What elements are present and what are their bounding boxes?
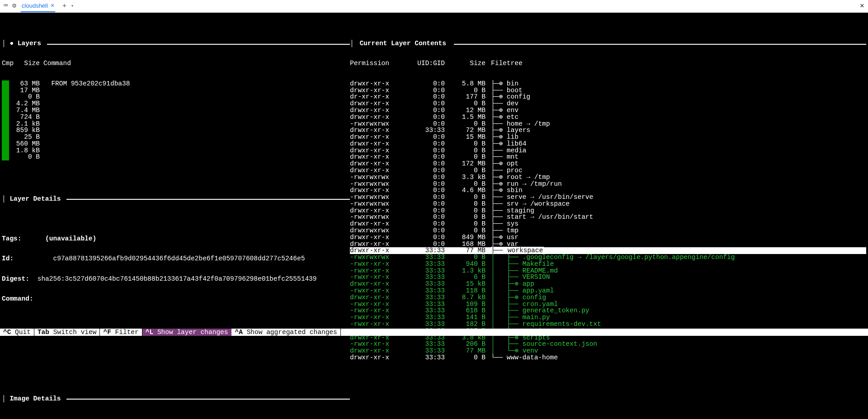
file-row[interactable]: drwxrwxrwx0:00 B├── tmp — [350, 227, 866, 234]
footer-layer-changes[interactable]: ^L Show layer changes — [142, 329, 232, 336]
layers-header: │ ● Layers — [2, 40, 350, 47]
layer-row[interactable]: 17 MB — [2, 87, 350, 94]
file-row[interactable]: -rwxrwxrwx0:00 B├── home → /tmp — [350, 121, 866, 127]
file-row[interactable]: -rwxr-xr-x33:33618 B│ ├── generate_token… — [350, 307, 866, 314]
window-close-icon[interactable]: × — [860, 2, 864, 10]
layers-list[interactable]: 63 MB FROM 953e202c91dba38 17 MB 0 B 4.2… — [2, 80, 350, 160]
file-row[interactable]: drwxr-xr-x0:00 B├── sys — [350, 221, 866, 227]
layer-row[interactable]: 25 B — [2, 134, 350, 141]
file-row[interactable]: drwxr-xr-x0:00 B├── staging — [350, 207, 866, 214]
files-columns: Permission UID:GID Size Filetree — [350, 60, 866, 67]
file-row[interactable]: -rwxr-xr-x33:33940 B│ ├── Makefile — [350, 261, 866, 268]
file-row[interactable]: -rwxrwxrwx0:00 B├── serve → /usr/bin/ser… — [350, 194, 866, 201]
layer-row[interactable]: 0 B — [2, 154, 350, 160]
file-row[interactable]: drwxr-xr-x0:012 MB├─⊕ env — [350, 107, 866, 114]
file-row[interactable]: -rwxrwxrwx0:00 B├── srv → /workspace — [350, 201, 866, 207]
file-row[interactable]: -rwxrwxrwx33:330 B│ ├── .googleconfig → … — [350, 254, 866, 261]
layer-row[interactable]: 63 MB FROM 953e202c91dba38 — [2, 80, 350, 87]
file-row[interactable]: drwxr-xr-x33:330 B└── www-data-home — [350, 354, 866, 361]
file-row[interactable]: drwxr-xr-x33:338.7 kB│ ├─⊕ config — [350, 294, 866, 301]
footer-aggregated[interactable]: ^A Show aggregated changes — [232, 329, 341, 336]
detail-command: Command: — [2, 296, 350, 302]
file-row[interactable]: drwxr-xr-x0:00 B├── media — [350, 147, 866, 154]
layer-row[interactable]: 560 MB — [2, 141, 350, 147]
layer-row[interactable]: 0 B — [2, 94, 350, 100]
file-row[interactable]: -rwxr-xr-x33:33109 B│ ├── cron.yaml — [350, 301, 866, 308]
file-row[interactable]: -rwxr-xr-x33:336 B│ ├── VERSION — [350, 274, 866, 281]
files-list[interactable]: drwxr-xr-x0:05.8 MB├─⊕ bindrwxr-xr-x0:00… — [350, 80, 866, 361]
add-tab-icon[interactable]: + — [62, 3, 66, 9]
file-row[interactable]: -rwxrwxrwx0:03.3 kB├─⊕ root → /tmp — [350, 174, 866, 181]
file-row[interactable]: -rwxr-xr-x33:33182 B│ ├── requirements-d… — [350, 321, 866, 328]
file-row[interactable]: drwxr-xr-x0:00 B├── proc — [350, 167, 866, 174]
layer-row[interactable]: 859 kB — [2, 127, 350, 134]
file-row[interactable]: -rwxr-xr-x33:33206 B│ ├── source-context… — [350, 341, 866, 348]
contents-header: │ Current Layer Contents — [350, 40, 866, 47]
layer-details-header: │ Layer Details — [2, 196, 350, 202]
file-row[interactable]: drwxr-xr-x0:00 B├── boot — [350, 87, 866, 94]
file-row[interactable]: -rwxrwxrwx0:00 B├── start → /usr/bin/sta… — [350, 214, 866, 221]
file-row[interactable]: drwxr-xr-x0:00 B├── dev — [350, 100, 866, 107]
layer-row[interactable]: 7.4 MB — [2, 107, 350, 114]
terminal[interactable]: │ ● Layers Cmp Size Command 63 MB FROM 9… — [0, 13, 868, 419]
file-row[interactable]: -rwxr-xr-x33:33141 B│ ├── main.py — [350, 314, 866, 321]
footer-switch[interactable]: Tab Switch view — [34, 329, 100, 336]
file-row[interactable]: -rwxrwxrwx0:00 B├─⊕ run → /tmp/run — [350, 181, 866, 188]
footer-bar: ^C Quit Tab Switch view ^F Filter ^L Sho… — [0, 329, 868, 336]
layer-row[interactable]: 724 B — [2, 114, 350, 121]
file-row[interactable]: drwxr-xr-x33:3372 MB├─⊕ layers — [350, 127, 866, 134]
file-row[interactable]: drwxr-xr-x0:0849 MB├─⊕ usr — [350, 234, 866, 241]
detail-tags: Tags: (unavailable) — [2, 235, 350, 242]
file-row[interactable]: drwxr-xr-x33:3377 MB│ └─⊕ venv — [350, 348, 866, 354]
file-row[interactable]: drwxr-xr-x0:00 B├─⊕ lib64 — [350, 141, 866, 147]
file-row[interactable]: drwxr-xr-x0:01.5 MB├─⊕ etc — [350, 114, 866, 121]
file-row[interactable]: drwxr-xr-x0:0172 MB├─⊕ opt — [350, 160, 866, 167]
image-details-header: │ Image Details — [2, 395, 350, 402]
layer-row[interactable]: 4.2 MB — [2, 100, 350, 107]
detail-id: Id: c97a88781395266afb9d02954436f6dd45de… — [2, 255, 350, 262]
file-row[interactable]: drwxr-xr-x0:00 B├── mnt — [350, 154, 866, 160]
file-row[interactable]: drwxr-xr-x33:3377 MB├── workspace — [350, 247, 866, 254]
layer-row[interactable]: 2.1 kB — [2, 121, 350, 127]
file-row[interactable]: drwxr-xr-x33:3315 kB│ ├─⊕ app — [350, 281, 866, 287]
keyboard-icon[interactable]: ⌨ — [4, 3, 8, 9]
file-row[interactable]: drwxr-xr-x0:05.8 MB├─⊕ bin — [350, 80, 866, 87]
file-row[interactable]: -rwxr-xr-x33:33118 B│ ├── app.yaml — [350, 287, 866, 294]
tab-cloudshell[interactable]: cloudshell × — [21, 0, 55, 12]
layers-columns: Cmp Size Command — [2, 60, 350, 67]
file-row[interactable]: -rwxr-xr-x33:331.3 kB│ ├── README.md — [350, 268, 866, 274]
file-row[interactable]: dr-xr-xr-x0:0177 B├─⊕ config — [350, 94, 866, 100]
right-panel: │ Current Layer Contents Permission UID:… — [350, 27, 866, 419]
window-chrome: ⌨ ⚙ cloudshell × + ▾ × — [0, 0, 868, 13]
footer-quit[interactable]: ^C Quit — [0, 329, 34, 336]
tab-label: cloudshell — [22, 3, 48, 9]
footer-filter[interactable]: ^F Filter — [100, 329, 142, 336]
file-row[interactable]: drwxr-xr-x0:015 MB├─⊕ lib — [350, 134, 866, 141]
tab-overflow-icon[interactable]: ▾ — [71, 4, 74, 9]
gear-icon[interactable]: ⚙ — [12, 3, 16, 9]
layer-row[interactable]: 1.8 kB — [2, 147, 350, 154]
detail-digest: Digest: sha256:3c527d6070c4bc761450b88b2… — [2, 276, 350, 282]
file-row[interactable]: drwxr-xr-x0:0168 MB├─⊕ var — [350, 241, 866, 248]
file-row[interactable]: drwxr-xr-x0:04.6 MB├─⊕ sbin — [350, 187, 866, 194]
close-tab-icon[interactable]: × — [51, 2, 54, 9]
left-panel: │ ● Layers Cmp Size Command 63 MB FROM 9… — [2, 27, 350, 419]
